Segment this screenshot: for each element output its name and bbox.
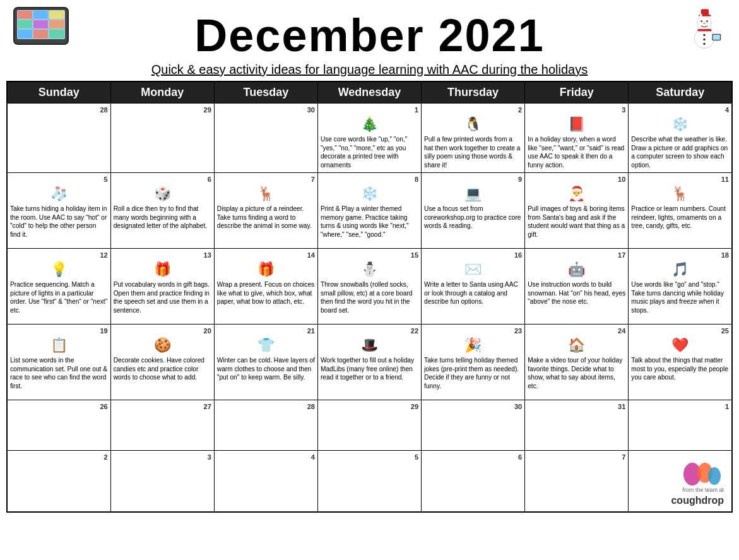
cell-date-number: 28 bbox=[217, 402, 315, 411]
cell-w1-d2: 29 bbox=[110, 104, 214, 173]
cell-date-number: 26 bbox=[10, 402, 108, 411]
cell-activity-icon: ✉️ bbox=[424, 261, 522, 279]
cell-activity-text: Pull a few printed words from a hat then… bbox=[424, 135, 522, 170]
svg-point-22 bbox=[703, 23, 706, 25]
cell-w6-d3: 4 bbox=[214, 451, 317, 513]
cell-w5-d2: 27 bbox=[110, 400, 214, 451]
cell-w5-d5: 30 bbox=[422, 400, 525, 451]
cell-activity-text: List some words in the communication set… bbox=[10, 356, 108, 391]
svg-rect-28 bbox=[713, 35, 720, 40]
svg-point-24 bbox=[703, 34, 706, 37]
cell-activity-icon: 🎲 bbox=[114, 185, 211, 203]
cell-date-number: 21 bbox=[217, 326, 315, 335]
cell-w4-d6: 24🏠Make a video tour of your holiday fav… bbox=[525, 325, 629, 400]
cell-w2-d7: 11🦌Practice or learn numbers. Count rein… bbox=[629, 173, 732, 249]
cell-activity-text: Roll a dice then try to find that many w… bbox=[114, 205, 211, 230]
svg-rect-12 bbox=[18, 30, 32, 39]
cell-w5-d6: 31 bbox=[525, 400, 629, 451]
cell-w3-d7: 18🎵Use words like "go" and "stop." Take … bbox=[629, 249, 732, 325]
cell-activity-text: Display a picture of a reindeer. Take tu… bbox=[217, 205, 315, 230]
cell-activity-icon: 💻 bbox=[424, 185, 522, 203]
cell-activity-text: Winter can be cold. Have layers of warm … bbox=[217, 356, 315, 382]
cell-date-number: 2 bbox=[424, 105, 522, 114]
day-header-thursday: Thursday bbox=[422, 81, 525, 104]
cell-w1-d3: 30 bbox=[214, 104, 317, 173]
week-row-3: 12💡Practice sequencing. Match a picture … bbox=[7, 249, 732, 325]
svg-rect-13 bbox=[33, 30, 48, 39]
branding-name: coughdrop bbox=[671, 494, 724, 508]
cell-date-number: 15 bbox=[321, 251, 418, 259]
cell-activity-icon: 🎩 bbox=[321, 337, 418, 355]
cell-w4-d1: 19📋List some words in the communication … bbox=[7, 325, 110, 400]
cell-activity-text: Take turns telling holiday themed jokes … bbox=[424, 356, 522, 391]
cell-date-number: 1 bbox=[631, 402, 729, 411]
calendar-table: Sunday Monday Tuesday Wednesday Thursday… bbox=[6, 81, 733, 513]
cell-w3-d4: 15⛄Throw snowballs (rolled socks, small … bbox=[317, 249, 421, 325]
coughdrop-logo-icon bbox=[680, 455, 724, 487]
cell-w4-d3: 21👕Winter can be cold. Have layers of wa… bbox=[214, 325, 317, 400]
day-header-sunday: Sunday bbox=[7, 81, 110, 104]
week-row-2: 5🧦Take turns hiding a holiday item in th… bbox=[7, 173, 732, 249]
cell-w3-d6: 17🤖Use instruction words to build snowma… bbox=[525, 249, 629, 325]
svg-rect-6 bbox=[18, 11, 32, 19]
branding-area: from the team at coughdrop bbox=[631, 453, 729, 509]
cell-date-number: 28 bbox=[10, 105, 108, 114]
cell-activity-text: Use words like "go" and "stop." Take tur… bbox=[631, 280, 729, 315]
svg-rect-11 bbox=[49, 20, 64, 28]
cell-date-number: 16 bbox=[424, 251, 522, 259]
week-row-4: 19📋List some words in the communication … bbox=[7, 325, 732, 400]
cell-w6-d5: 6 bbox=[422, 451, 525, 513]
cell-activity-text: Use a focus set from coreworkshop.org to… bbox=[424, 205, 522, 230]
cell-activity-icon: 🎁 bbox=[114, 261, 211, 279]
cell-activity-icon: ❄️ bbox=[321, 185, 418, 203]
cell-w2-d6: 10🎅Pull images of toys & boring items fr… bbox=[525, 173, 629, 249]
cell-activity-text: Throw snowballs (rolled socks, small pil… bbox=[321, 280, 418, 315]
cell-activity-icon: 👕 bbox=[217, 337, 315, 355]
cell-w5-d7: 1 bbox=[629, 400, 732, 451]
svg-point-20 bbox=[701, 20, 702, 22]
cell-activity-text: Pull images of toys & boring items from … bbox=[528, 205, 625, 239]
cell-w2-d1: 5🧦Take turns hiding a holiday item in th… bbox=[7, 173, 110, 249]
cell-date-number: 29 bbox=[114, 105, 211, 114]
cell-activity-icon: 🎵 bbox=[631, 261, 729, 279]
cell-date-number: 17 bbox=[528, 251, 625, 259]
cell-date-number: 10 bbox=[528, 175, 625, 184]
header: December 2021 bbox=[6, 6, 733, 63]
cell-date-number: 3 bbox=[114, 453, 211, 462]
cell-w1-d5: 2🐧Pull a few printed words from a hat th… bbox=[422, 104, 525, 173]
cell-w3-d1: 12💡Practice sequencing. Match a picture … bbox=[7, 249, 110, 325]
week-row-6: 234567 from the team at coughdrop bbox=[7, 451, 732, 513]
cell-w2-d4: 8❄️Print & Play a winter themed memory g… bbox=[317, 173, 421, 249]
cell-date-number: 4 bbox=[631, 105, 729, 114]
cell-date-number: 11 bbox=[631, 175, 729, 184]
svg-point-31 bbox=[708, 467, 721, 485]
svg-point-25 bbox=[703, 39, 706, 41]
cell-date-number: 22 bbox=[321, 326, 418, 335]
cell-activity-icon: 🏠 bbox=[528, 337, 625, 355]
day-header-tuesday: Tuesday bbox=[214, 81, 317, 104]
cell-date-number: 5 bbox=[10, 175, 108, 184]
cell-date-number: 12 bbox=[10, 251, 108, 259]
cell-w6-d1: 2 bbox=[7, 451, 110, 513]
cell-w6-d6: 7 bbox=[525, 451, 629, 513]
cell-date-number: 2 bbox=[10, 453, 108, 462]
cell-activity-icon: 🎉 bbox=[424, 337, 522, 355]
cell-activity-icon: 💡 bbox=[10, 261, 108, 279]
cell-date-number: 25 bbox=[631, 326, 729, 335]
cell-w6-d4: 5 bbox=[317, 451, 421, 513]
cell-w6-d7: from the team at coughdrop bbox=[629, 451, 732, 513]
cell-w4-d2: 20🍪Decorate cookies. Have colored candie… bbox=[110, 325, 214, 400]
cell-activity-icon: 🎄 bbox=[321, 116, 418, 134]
cell-date-number: 24 bbox=[528, 326, 625, 335]
cell-w3-d5: 16✉️Write a letter to Santa using AAC or… bbox=[422, 249, 525, 325]
cell-w4-d4: 22🎩Work together to fill out a holiday M… bbox=[317, 325, 421, 400]
cell-w4-d5: 23🎉Take turns telling holiday themed jok… bbox=[422, 325, 525, 400]
cell-date-number: 3 bbox=[528, 105, 625, 114]
cell-date-number: 27 bbox=[114, 402, 211, 411]
cell-date-number: 31 bbox=[528, 402, 625, 411]
cell-w2-d3: 7🦌Display a picture of a reindeer. Take … bbox=[214, 173, 317, 249]
cell-date-number: 4 bbox=[217, 453, 315, 462]
cell-date-number: 7 bbox=[217, 175, 315, 184]
cell-activity-text: Make a video tour of your holiday favori… bbox=[528, 356, 625, 391]
santa-snowman-icon bbox=[682, 6, 726, 51]
